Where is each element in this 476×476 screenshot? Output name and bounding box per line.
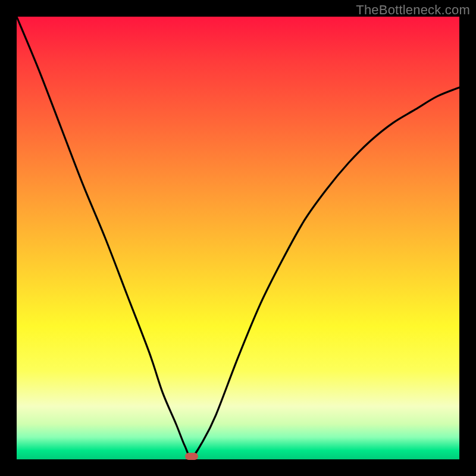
chart-container: TheBottleneck.com: [0, 0, 476, 476]
watermark-text: TheBottleneck.com: [356, 2, 470, 18]
bottleneck-curve: [17, 17, 459, 457]
optimal-marker: [185, 453, 198, 460]
curve-layer: [17, 17, 459, 459]
